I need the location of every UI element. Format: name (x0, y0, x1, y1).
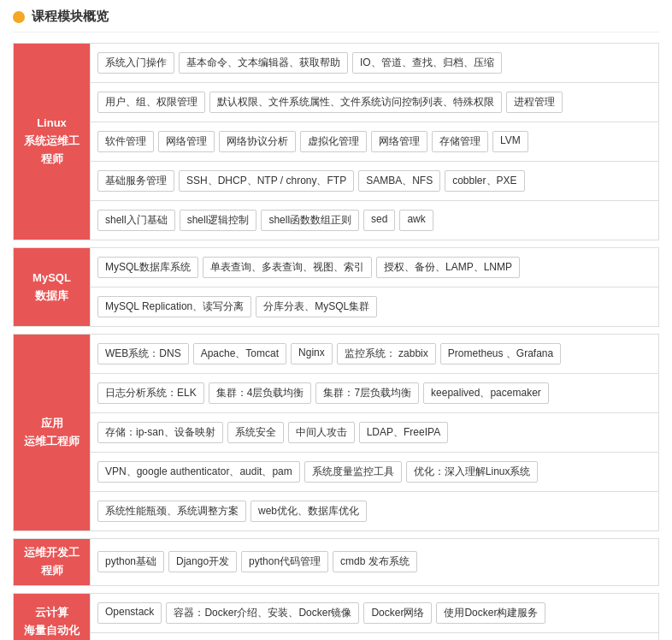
tag-linux-4-4: awk (399, 210, 433, 231)
tags-row-cloud-0: Openstack容器：Docker介绍、安装、Docker镜像Docker网络… (91, 593, 659, 632)
section-title: 课程模块概览 (13, 9, 659, 33)
tag-linux-3-3: cobbler、PXE (445, 170, 524, 192)
category-ops: 应用 运维工程师 (14, 335, 91, 531)
category-mysql: MySQL 数据库 (14, 248, 91, 327)
tag-ops-3-1: 系统度量监控工具 (304, 461, 402, 483)
tags-row-ops-2: 存储：ip-san、设备映射系统安全中间人攻击LDAP、FreeIPA (91, 413, 659, 453)
tag-linux-0-2: IO、管道、查找、归档、压缩 (352, 52, 502, 74)
tag-linux-2-2: 网络协议分析 (219, 131, 296, 152)
tag-ops-0-0: WEB系统：DNS (97, 343, 189, 364)
tag-ops-1-3: keepalived、pacemaker (423, 382, 549, 404)
tag-ops-1-2: 集群：7层负载均衡 (315, 382, 419, 404)
tag-ops-0-3: 监控系统： zabbix (337, 343, 436, 364)
tags-row-ops-0: WEB系统：DNSApache、TomcatNginx监控系统： zabbixP… (91, 335, 659, 374)
tag-linux-1-1: 默认权限、文件系统属性、文件系统访问控制列表、特殊权限 (209, 92, 502, 113)
tag-ops-2-3: LDAP、FreeIPA (359, 422, 448, 443)
tag-ops-4-1: web优化、数据库优化 (251, 501, 367, 522)
tag-cloud-0-3: 使用Docker构建服务 (436, 602, 545, 624)
tag-linux-2-4: 网络管理 (371, 131, 427, 152)
tag-cloud-0-0: Openstack (97, 602, 162, 624)
tag-linux-2-6: LVM (492, 131, 528, 152)
tags-row-linux-0: 系统入门操作基本命令、文本编辑器、获取帮助IO、管道、查找、归档、压缩 (91, 44, 659, 83)
tag-ops-0-2: Nginx (291, 343, 333, 364)
tag-linux-2-3: 虚拟化管理 (300, 131, 367, 152)
tag-ops-3-2: 优化：深入理解Linux系统 (406, 461, 539, 483)
tags-row-ops-3: VPN、google authenticator、audit、pam系统度量监控… (91, 453, 659, 492)
tag-cloud-0-2: Docker网络 (363, 602, 432, 624)
tag-ops-2-0: 存储：ip-san、设备映射 (97, 422, 223, 443)
tag-devops-0-1: Django开发 (168, 551, 237, 572)
tag-linux-0-0: 系统入门操作 (97, 52, 174, 74)
tags-row-ops-1: 日志分析系统：ELK集群：4层负载均衡集群：7层负载均衡keepalived、p… (91, 374, 659, 413)
tag-linux-4-1: shell逻辑控制 (180, 210, 257, 231)
tag-ops-4-0: 系统性能瓶颈、系统调整方案 (97, 501, 246, 522)
tag-linux-2-5: 存储管理 (432, 131, 488, 152)
tag-ops-3-0: VPN、google authenticator、audit、pam (97, 461, 300, 483)
tags-row-linux-3: 基础服务管理SSH、DHCP、NTP / chrony、FTPSAMBA、NFS… (91, 162, 659, 201)
tag-devops-0-0: python基础 (97, 551, 164, 572)
category-linux: Linux 系统运维工程师 (14, 44, 91, 240)
tag-linux-4-3: sed (363, 210, 395, 231)
tag-ops-1-0: 日志分析系统：ELK (97, 382, 204, 404)
tag-ops-0-1: Apache、Tomcat (193, 343, 286, 364)
title-text: 课程模块概览 (32, 9, 109, 25)
tag-devops-0-2: python代码管理 (241, 551, 328, 572)
tag-linux-3-0: 基础服务管理 (97, 170, 174, 192)
tags-row-devops-0: python基础Django开发python代码管理cmdb 发布系统 (91, 539, 659, 586)
category-devops: 运维开发工程师 (14, 539, 91, 586)
tags-row-ops-4: 系统性能瓶颈、系统调整方案web优化、数据库优化 (91, 492, 659, 531)
tag-mysql-1-0: MySQL Replication、读写分离 (97, 296, 251, 317)
tag-linux-2-0: 软件管理 (97, 131, 154, 152)
tag-linux-3-2: SAMBA、NFS (358, 170, 440, 192)
tags-row-linux-2: 软件管理网络管理网络协议分析虚拟化管理网络管理存储管理LVM (91, 122, 659, 162)
tag-mysql-1-1: 分库分表、MySQL集群 (256, 296, 377, 317)
tag-devops-0-3: cmdb 发布系统 (333, 551, 417, 572)
tags-row-linux-1: 用户、组、权限管理默认权限、文件系统属性、文件系统访问控制列表、特殊权限进程管理 (91, 83, 659, 122)
course-table: Linux 系统运维工程师系统入门操作基本命令、文本编辑器、获取帮助IO、管道、… (13, 43, 659, 640)
tags-row-mysql-1: MySQL Replication、读写分离分库分表、MySQL集群 (91, 287, 659, 327)
tag-linux-3-1: SSH、DHCP、NTP / chrony、FTP (179, 170, 354, 192)
tag-linux-1-0: 用户、组、权限管理 (97, 92, 205, 113)
tag-ops-2-2: 中间人攻击 (288, 422, 355, 443)
tag-linux-2-1: 网络管理 (158, 131, 215, 152)
tag-linux-0-1: 基本命令、文本编辑器、获取帮助 (179, 52, 348, 74)
tags-row-cloud-1: Kuerbernetes (91, 632, 659, 640)
tag-linux-1-2: 进程管理 (506, 92, 563, 113)
tag-linux-4-2: shell函数数组正则 (261, 210, 359, 231)
tag-mysql-0-0: MySQL数据库系统 (97, 257, 198, 278)
tag-ops-0-4: Prometheus 、Grafana (440, 343, 561, 364)
tag-linux-4-0: shell入门基础 (97, 210, 175, 231)
tag-mysql-0-1: 单表查询、多表查询、视图、索引 (203, 257, 372, 278)
tags-row-linux-4: shell入门基础shell逻辑控制shell函数数组正则sedawk (91, 201, 659, 240)
tag-ops-1-1: 集群：4层负载均衡 (209, 382, 312, 404)
category-cloud: 云计算 海量自动化运维 (14, 593, 91, 640)
title-dot (13, 11, 25, 23)
tag-ops-2-1: 系统安全 (227, 422, 284, 443)
tags-row-mysql-0: MySQL数据库系统单表查询、多表查询、视图、索引授权、备份、LAMP、LNMP (91, 248, 659, 287)
tag-mysql-0-2: 授权、备份、LAMP、LNMP (376, 257, 520, 278)
tag-cloud-0-1: 容器：Docker介绍、安装、Docker镜像 (166, 602, 359, 624)
